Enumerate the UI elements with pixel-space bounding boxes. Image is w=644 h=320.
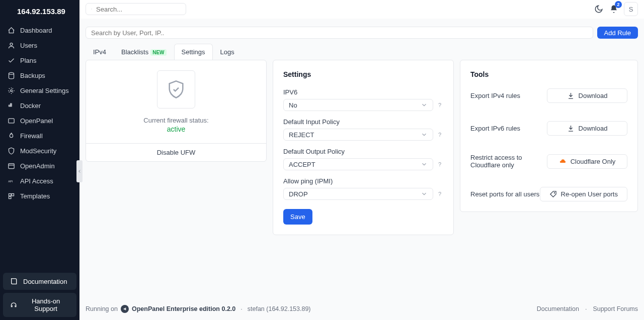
add-rule-button[interactable]: Add Rule — [597, 27, 638, 39]
svg-point-13 — [554, 192, 554, 193]
svg-point-1 — [9, 72, 14, 74]
window-icon — [7, 162, 15, 170]
svg-point-12 — [91, 9, 92, 9]
notifications-button[interactable]: 2 — [609, 4, 619, 14]
footer-product: OpenPanel Enterprise edition 0.2.0 — [132, 305, 235, 312]
status-card: Current firewall status: active Disable … — [86, 60, 267, 162]
help-icon[interactable]: ? — [436, 161, 443, 168]
ipv6-label: IPV6 — [283, 88, 443, 96]
sidebar-item-dashboard[interactable]: Dashboard — [0, 23, 79, 38]
sidebar-item-label: Dashboard — [20, 27, 52, 34]
save-button[interactable]: Save — [283, 209, 312, 225]
sidebar-item-label: Templates — [20, 192, 50, 200]
svg-text:API: API — [8, 180, 13, 183]
search-input[interactable] — [96, 6, 181, 13]
tab-blacklists[interactable]: BlacklistsNEW — [114, 44, 174, 60]
sidebar-item-api-access[interactable]: APIAPI Access — [0, 173, 79, 188]
tools-card: Tools Export IPv4 rules Download Export … — [460, 60, 638, 212]
reopen-ports-button[interactable]: Re-open User ports — [540, 187, 627, 201]
sidebar-bottom: Documentation Hands-on Support — [0, 270, 79, 320]
svg-rect-5 — [10, 103, 12, 105]
sidebar-item-label: Backups — [20, 72, 45, 79]
support-button[interactable]: Hands-on Support — [3, 293, 76, 317]
panel-icon — [7, 117, 15, 125]
download-ipv4-button[interactable]: Download — [547, 88, 627, 103]
svg-point-0 — [10, 43, 13, 45]
help-icon[interactable]: ? — [436, 190, 443, 197]
tab-ipv4[interactable]: IPv4 — [86, 44, 114, 60]
sidebar-item-label: Users — [20, 42, 37, 49]
global-search[interactable] — [86, 3, 186, 15]
export-ipv6-label: Export IPv6 rules — [470, 125, 520, 132]
status-label: Current firewall status: — [143, 117, 208, 124]
svg-point-2 — [10, 89, 12, 91]
sidebar-collapse-toggle[interactable] — [76, 160, 83, 182]
input-policy-select[interactable]: REJECT — [283, 129, 433, 141]
download-icon — [567, 92, 575, 99]
sidebar-nav: Dashboard Users Plans Backups General Se… — [0, 20, 79, 270]
flame-icon — [7, 132, 15, 140]
sidebar: 164.92.153.89 Dashboard Users Plans Back… — [0, 0, 79, 320]
documentation-button[interactable]: Documentation — [3, 273, 76, 290]
sidebar-item-plans[interactable]: Plans — [0, 53, 79, 68]
sidebar-item-firewall[interactable]: Firewall — [0, 128, 79, 143]
user-avatar[interactable]: S — [624, 2, 638, 16]
ipv6-select[interactable]: No — [283, 99, 433, 111]
help-icon[interactable]: ? — [436, 131, 443, 138]
svg-rect-11 — [9, 196, 11, 198]
footer-forums-link[interactable]: Support Forums — [593, 305, 638, 312]
cloudflare-label: Restrict access to Cloudflare only — [470, 154, 547, 169]
sidebar-item-modsecurity[interactable]: ModSecurity — [0, 143, 79, 158]
cloudflare-icon — [559, 158, 567, 165]
ping-select[interactable]: DROP — [283, 188, 433, 200]
sidebar-item-docker[interactable]: Docker — [0, 98, 79, 113]
sidebar-item-openpanel[interactable]: OpenPanel — [0, 113, 79, 128]
svg-rect-10 — [12, 193, 14, 195]
chevron-down-icon — [421, 161, 428, 168]
sidebar-item-label: API Access — [20, 177, 53, 185]
sidebar-item-templates[interactable]: Templates — [0, 188, 79, 203]
sidebar-item-label: OpenPanel — [20, 117, 53, 125]
cloudflare-only-button[interactable]: Cloudflare Only — [547, 154, 627, 169]
book-icon — [10, 277, 18, 285]
disable-ufw-button[interactable]: Disable UFW — [86, 144, 266, 161]
plans-icon — [7, 56, 15, 64]
settings-card: Settings IPV6 No? Default Input Policy R… — [273, 60, 454, 235]
rule-search-input[interactable] — [86, 27, 593, 39]
output-policy-select[interactable]: ACCEPT — [283, 158, 433, 170]
sidebar-item-openadmin[interactable]: OpenAdmin — [0, 158, 79, 173]
chevron-down-icon — [421, 101, 428, 109]
home-icon — [7, 26, 15, 34]
status-value: active — [167, 125, 186, 133]
users-icon — [7, 41, 15, 49]
sidebar-item-backups[interactable]: Backups — [0, 68, 79, 83]
topbar: 2 S — [79, 0, 644, 19]
openpanel-logo-icon — [121, 305, 129, 313]
theme-toggle[interactable] — [594, 4, 604, 14]
tab-settings[interactable]: Settings — [174, 44, 213, 60]
sidebar-item-label: Docker — [20, 102, 41, 110]
sidebar-ip: 164.92.153.89 — [0, 0, 79, 20]
output-policy-label: Default Output Policy — [283, 148, 443, 155]
sidebar-item-label: Firewall — [20, 132, 43, 140]
sidebar-item-users[interactable]: Users — [0, 38, 79, 53]
help-icon[interactable]: ? — [436, 101, 443, 109]
reset-label: Reset ports for all users — [470, 190, 539, 198]
database-icon — [7, 71, 15, 79]
sidebar-item-general-settings[interactable]: General Settings — [0, 83, 79, 98]
sidebar-item-label: ModSecurity — [20, 147, 56, 155]
chevron-left-icon — [77, 169, 82, 174]
settings-title: Settings — [283, 70, 443, 78]
new-badge: NEW — [150, 49, 166, 56]
svg-rect-7 — [8, 163, 14, 168]
svg-rect-3 — [9, 105, 10, 106]
shield-status-icon — [157, 70, 195, 109]
sidebar-item-label: OpenAdmin — [20, 162, 55, 170]
notif-badge: 2 — [615, 1, 622, 8]
shield-icon — [7, 147, 15, 155]
chevron-down-icon — [421, 131, 428, 138]
footer-docs-link[interactable]: Documentation — [537, 305, 579, 312]
download-ipv6-button[interactable]: Download — [547, 121, 627, 136]
tab-logs[interactable]: Logs — [213, 44, 242, 60]
docker-icon — [7, 101, 15, 110]
